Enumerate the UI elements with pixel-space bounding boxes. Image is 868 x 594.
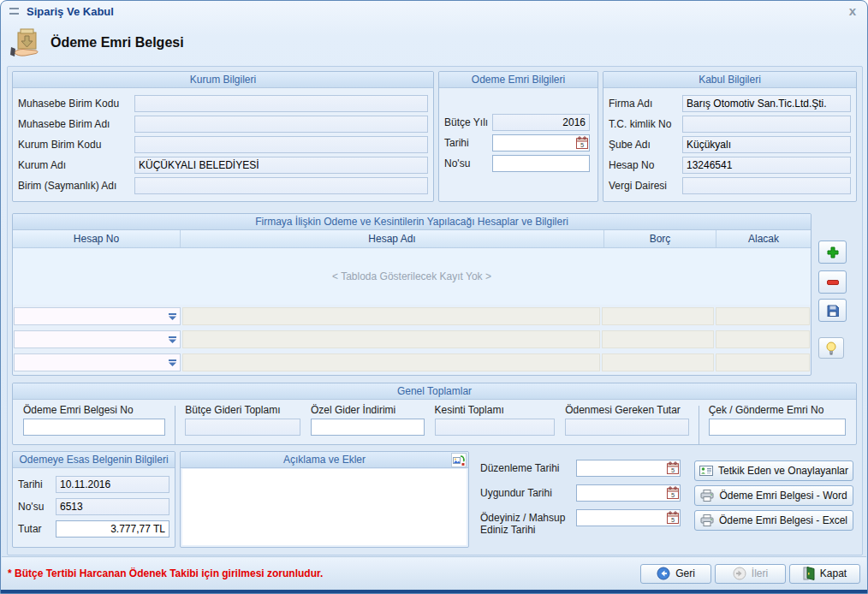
add-row-button[interactable] [818,241,847,264]
group-hesaplar-tablosu: Firmaya İlişkin Odeme ve Kesintilerin Ya… [12,213,812,376]
field-label: Muhasebe Birim Kodu [18,98,134,110]
hesap-no-combo[interactable] [14,330,181,348]
group-title: Kurum Bilgileri [13,72,433,88]
sube-adi-input[interactable] [682,136,851,153]
field-label: Muhasebe Birim Adı [18,118,134,130]
table-empty-message: < Tabloda Gösterilecek Kayıt Yok > [13,248,811,305]
hesap-adi-cell [182,307,600,325]
divider [175,406,175,445]
remove-row-button[interactable] [818,270,847,294]
butce-gideri-toplami-input[interactable] [185,419,300,436]
hesap-no-combo[interactable] [14,353,181,371]
page-title: Ödeme Emri Belgesi [51,35,184,50]
attach-image-button[interactable] [451,453,467,467]
box-on-hand-icon [9,27,42,58]
table-row [14,330,810,348]
hesap-no-combo[interactable] [14,307,181,325]
field-label: Tutar [18,523,56,535]
geri-button[interactable]: Geri [640,564,711,584]
aciklama-textarea[interactable] [182,469,467,545]
odenmesi-gereken-tutar-input[interactable] [565,419,689,436]
hesap-no-combo-input[interactable] [15,334,169,346]
butce-yili-input[interactable] [492,114,590,131]
ileri-button[interactable]: İleri [715,564,786,584]
odeme-emri-nosu-input[interactable] [492,155,590,172]
tetkik-eden-button[interactable]: Tetkik Eden ve Onaylayanlar [694,460,853,481]
group-kabul-bilgileri: Kabul Bilgileri Firma Adı T.C. kimlik No… [603,71,857,202]
column-header-borc[interactable]: Borç [604,230,716,247]
firma-adi-input[interactable] [682,95,851,112]
field-label: Bütçe Gideri Toplamı [185,404,300,416]
hesap-no-combo-input[interactable] [15,311,169,323]
kabul-hesap-no-input[interactable] [682,157,851,174]
ozel-gider-indirimi-input[interactable] [311,419,425,436]
cek-gonderme-emri-no-input[interactable] [709,419,846,436]
group-title: Odemeye Esas Belgenin Bilgileri [13,452,175,468]
duzenleme-tarihi-input[interactable] [576,460,681,477]
field-label: Kurum Adı [18,159,134,171]
vergi-dairesi-input[interactable] [682,177,851,194]
belge-tarihi-input[interactable] [56,476,169,493]
required-field-warning: * Bütçe Tertibi Harcanan Ödenek Takibi i… [8,567,637,579]
odeme-emri-excel-button[interactable]: Ödeme Emri Belgesi - Excel [694,510,853,531]
tc-kimlik-no-input[interactable] [682,116,851,133]
page-header: Ödeme Emri Belgesi [1,21,867,64]
chevron-down-icon [169,336,176,343]
kurum-birim-kodu-input[interactable] [134,136,428,153]
muhasebe-birim-kodu-input[interactable] [134,95,428,112]
calendar-icon[interactable]: 5 [667,486,679,499]
menu-icon[interactable] [9,8,19,15]
field-label: Özel Gider İndirimi [311,404,425,416]
birim-saymanlik-adi-input[interactable] [134,177,428,194]
close-icon[interactable]: x [847,5,859,17]
printer-icon [700,490,714,502]
alacak-cell [716,330,810,348]
column-header-hesap-adi[interactable]: Hesap Adı [181,230,604,247]
window-title: Sipariş Ve Kabul [27,5,114,18]
hesap-no-combo-input[interactable] [15,357,169,369]
alacak-cell [716,353,810,371]
odeyiniz-mahsup-tarihi-input[interactable] [576,509,681,526]
field-label: Düzenleme Tarihi [480,460,576,474]
muhasebe-birim-adi-input[interactable] [134,116,428,133]
svg-text:5: 5 [671,516,675,524]
field-label: Tarihi [444,137,492,149]
svg-text:5: 5 [671,491,675,499]
divider [699,406,699,445]
save-rows-button[interactable] [818,299,847,322]
calendar-icon[interactable]: 5 [667,511,679,524]
calendar-icon[interactable]: 5 [667,461,679,474]
button-label: İleri [752,567,768,579]
uygundur-tarihi-input[interactable] [576,484,681,502]
column-header-alacak[interactable]: Alacak [716,230,811,247]
save-icon [827,305,839,317]
date-fields: Düzenleme Tarihi 5 Uygundur Tarihi 5 Öde… [480,460,689,544]
odeme-emri-belgesi-no-input[interactable] [23,419,165,436]
kurum-adi-input[interactable] [134,157,428,174]
field-label: Çek / Gönderme Emri No [709,404,846,416]
forward-arrow-icon [733,567,746,580]
field-label: Vergi Dairesi [609,180,682,192]
chevron-down-icon [169,359,176,366]
odeme-emri-word-button[interactable]: Ödeme Emri Belgesi - Word [694,485,853,506]
calendar-icon[interactable]: 5 [576,136,588,149]
column-header-hesap-no[interactable]: Hesap No [13,230,181,247]
kapat-button[interactable]: Kapat [789,564,860,584]
belge-tutar-input[interactable] [56,520,169,538]
table-row [14,353,810,371]
group-aciklama-ekler: Açıklama ve Ekler [180,451,469,548]
field-label: Ödenmesi Gereken Tutar [565,404,689,416]
hint-button[interactable] [818,337,844,359]
chevron-down-icon [169,313,176,320]
group-genel-toplamlar: Genel Toplamlar Ödeme Emri Belgesi No Bü… [12,383,857,445]
field-label: Tarihi [18,478,56,490]
belge-nosu-input[interactable] [56,498,169,515]
odeme-emri-tarihi-input[interactable] [492,134,590,151]
group-title: Genel Toplamlar [13,383,856,400]
button-label: Ödeme Emri Belgesi - Excel [719,514,847,526]
hesap-adi-cell [182,330,600,348]
alacak-cell [716,307,810,325]
back-arrow-icon [657,567,670,580]
kesinti-toplami-input[interactable] [435,419,556,436]
group-kurum-bilgileri: Kurum Bilgileri Muhasebe Birim Kodu Muha… [12,71,434,202]
